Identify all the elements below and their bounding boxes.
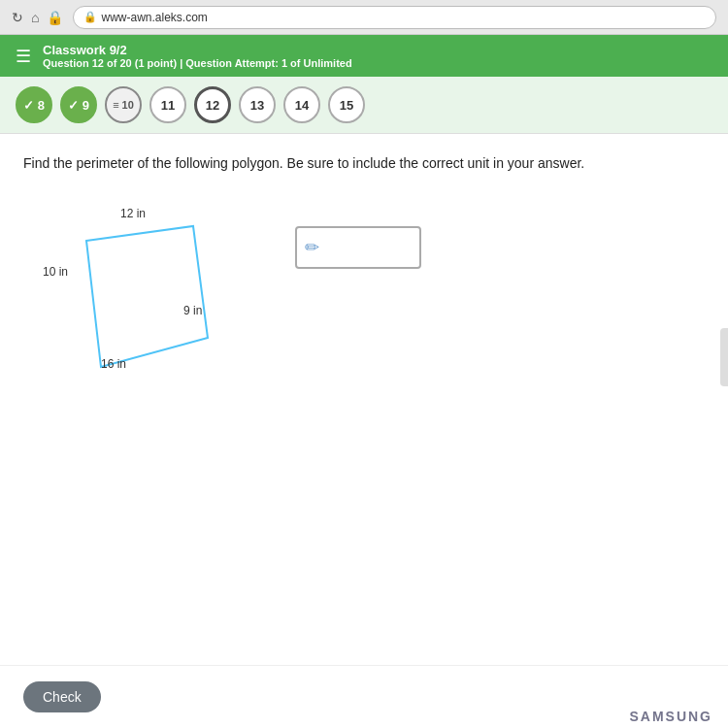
polygon-svg — [23, 197, 256, 391]
label-top-side: 12 in — [120, 207, 146, 220]
bottom-area: Check — [0, 665, 728, 728]
question-info: Question 12 of 20 (1 point) | Question A… — [43, 57, 352, 69]
samsung-watermark: SAMSUNG — [629, 709, 712, 724]
nav-btn-12[interactable]: 12 — [194, 86, 231, 123]
browser-bar: ↻ ⌂ 🔒 🔒 www-awn.aleks.com — [0, 0, 728, 35]
nav-btn-8[interactable]: ✓ 8 — [16, 86, 52, 123]
attempt-label: 1 of Unlimited — [281, 57, 352, 69]
check-button[interactable]: Check — [23, 681, 101, 712]
header-bar: ☰ Classwork 9/2 Question 12 of 20 (1 poi… — [0, 35, 728, 77]
svg-marker-0 — [86, 226, 208, 367]
question-text: Find the perimeter of the following poly… — [23, 153, 705, 174]
label-bottom-side: 16 in — [101, 357, 126, 371]
lock-icon: 🔒 — [47, 10, 63, 25]
nav-btn-14[interactable]: 14 — [283, 86, 320, 123]
url-lock-icon: 🔒 — [83, 11, 97, 23]
question-info-text: Question 12 of 20 (1 point) | Question A… — [43, 57, 281, 69]
polygon-container: 12 in 10 in 9 in 16 in — [23, 197, 256, 391]
content-area: Find the perimeter of the following poly… — [0, 134, 728, 665]
refresh-icon[interactable]: ↻ — [12, 10, 23, 25]
label-left-side: 10 in — [43, 265, 68, 279]
nav-btn-13[interactable]: 13 — [239, 86, 276, 123]
answer-input-box[interactable]: ✏ — [295, 226, 421, 269]
label-right-side: 9 in — [183, 304, 202, 317]
nav-btn-9[interactable]: ✓ 9 — [60, 86, 97, 123]
answer-input[interactable] — [323, 241, 411, 255]
nav-btn-11[interactable]: 11 — [149, 86, 186, 123]
hamburger-menu[interactable]: ☰ — [16, 48, 31, 65]
question-nav: ✓ 8 ✓ 9 ≡ 10 11 12 13 14 15 — [0, 77, 728, 134]
url-bar[interactable]: 🔒 www-awn.aleks.com — [73, 6, 716, 29]
nav-btn-15[interactable]: 15 — [328, 86, 365, 123]
polygon-area: 12 in 10 in 9 in 16 in ✏ — [23, 197, 705, 391]
pencil-icon: ✏ — [305, 237, 319, 258]
url-text: www-awn.aleks.com — [101, 11, 207, 24]
nav-btn-10[interactable]: ≡ 10 — [105, 86, 142, 123]
browser-nav-icons[interactable]: ↻ ⌂ 🔒 — [12, 10, 63, 25]
page: ☰ Classwork 9/2 Question 12 of 20 (1 poi… — [0, 35, 728, 728]
home-icon[interactable]: ⌂ — [31, 10, 39, 25]
scroll-edge — [720, 328, 728, 386]
classwork-title: Classwork 9/2 — [43, 43, 352, 57]
header-text: Classwork 9/2 Question 12 of 20 (1 point… — [43, 43, 352, 69]
